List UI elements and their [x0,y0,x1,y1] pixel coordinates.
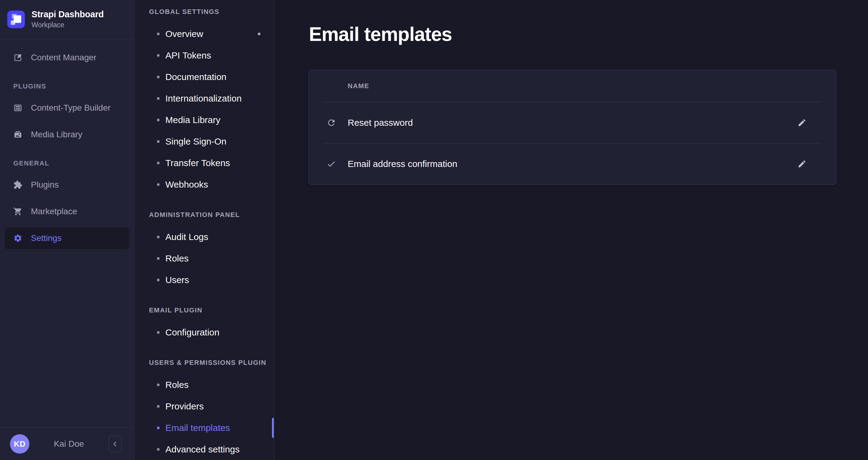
subnav-item-single-sign-on[interactable]: Single Sign-On [134,131,274,152]
nav-item-label: Content-Type Builder [31,103,111,113]
subnav-item-documentation[interactable]: Documentation [134,66,274,88]
subnav-item-audit-logs[interactable]: Audit Logs [134,226,274,248]
bullet-icon [157,140,160,143]
subnav-item-label: Configuration [165,327,219,338]
marketplace-icon [13,207,23,216]
subnav-item-label: Documentation [165,72,226,82]
nav-item-content-type-builder[interactable]: Content-Type Builder [5,97,129,119]
bullet-icon [157,118,160,121]
subnav-item-label: Media Library [165,115,220,125]
bullet-icon [157,405,160,408]
settings-icon [13,234,23,243]
page-title: Email templates [309,24,868,45]
subnav-item-label: API Tokens [165,50,211,61]
nav-item-label: Marketplace [31,207,77,217]
subnav-item-email-templates[interactable]: Email templates [134,417,274,438]
bullet-icon [157,183,160,186]
subnav-item-admin-roles[interactable]: Roles [134,248,274,269]
check-icon [327,159,336,169]
subnav-section-email-plugin: EMAIL PLUGIN Configuration [134,306,274,343]
bullet-icon [157,331,160,334]
user-avatar[interactable]: KD [10,434,29,454]
subnav-item-label: Audit Logs [165,232,208,242]
table-row-email-address-confirmation[interactable]: Email address confirmation [309,144,836,184]
subnav-section-label: USERS & PERMISSIONS PLUGIN [149,359,274,367]
bullet-icon [157,279,160,281]
bullet-icon [157,426,160,429]
sidebar-footer: KD Kai Doe [0,427,134,460]
strapi-logo-icon [7,10,25,28]
subnav-item-api-tokens[interactable]: API Tokens [134,45,274,66]
table-header-row: NAME [309,70,836,102]
nav-item-marketplace[interactable]: Marketplace [5,201,129,223]
collapse-sidebar-button[interactable] [108,436,122,452]
subnav-item-providers[interactable]: Providers [134,396,274,417]
plugins-icon [13,180,23,190]
email-templates-table: NAME Reset password Email add [308,70,837,185]
content-area: Email templates NAME Reset password [275,0,868,460]
pencil-icon [798,118,807,127]
active-indicator-bar [272,418,274,438]
subnav-item-configuration[interactable]: Configuration [134,321,274,343]
nav-item-plugins[interactable]: Plugins [5,174,129,196]
nav-section-plugins: PLUGINS [13,82,121,90]
table-row-reset-password[interactable]: Reset password [309,103,836,143]
subnav-item-label: Users [165,275,189,285]
chevron-left-icon [112,440,119,448]
subnav-item-label: Advanced settings [165,444,240,455]
bullet-icon [157,54,160,57]
strapi-admin-app: Strapi Dashboard Workplace Content Manag… [0,0,868,460]
bullet-icon [157,235,160,238]
bullet-icon [157,162,160,164]
subnav-item-overview[interactable]: Overview [134,23,274,45]
workspace-header: Strapi Dashboard Workplace [0,0,134,39]
subnav-item-transfer-tokens[interactable]: Transfer Tokens [134,152,274,174]
subnav-item-up-roles[interactable]: Roles [134,374,274,396]
subnav-section-administration-panel: ADMINISTRATION PANEL Audit Logs Roles Us… [134,211,274,291]
media-library-icon [13,130,23,139]
notification-dot-icon [258,32,260,35]
bullet-icon [157,383,160,386]
subnav-section-label: GLOBAL SETTINGS [149,8,274,16]
nav-item-settings[interactable]: Settings [5,227,129,249]
bullet-icon [157,97,160,100]
nav-item-media-library[interactable]: Media Library [5,124,129,145]
column-header-name: NAME [348,82,369,90]
main-nav-list: Content Manager PLUGINS Content-Type Bui… [0,39,134,427]
template-name: Email address confirmation [348,159,457,169]
subnav-item-admin-users[interactable]: Users [134,269,274,291]
edit-email-confirmation-button[interactable] [794,156,810,172]
subnav-item-label: Transfer Tokens [165,158,230,168]
subnav-item-label: Overview [165,29,203,39]
content-manager-icon [13,53,23,62]
bullet-icon [157,448,160,451]
subnav-item-label: Email templates [165,423,230,433]
content-type-builder-icon [13,103,23,112]
edit-reset-password-button[interactable] [794,115,810,131]
subnav-item-media-library[interactable]: Media Library [134,109,274,131]
subnav-item-internationalization[interactable]: Internationalization [134,88,274,109]
nav-item-label: Content Manager [31,53,96,62]
subnav-item-label: Roles [165,380,189,390]
nav-item-label: Media Library [31,130,82,139]
subnav-item-label: Roles [165,253,189,264]
subnav-item-advanced-settings[interactable]: Advanced settings [134,438,274,460]
bullet-icon [157,257,160,260]
subnav-item-webhooks[interactable]: Webhooks [134,174,274,195]
nav-item-content-manager[interactable]: Content Manager [5,47,129,68]
nav-item-label: Plugins [31,180,59,190]
subnav-item-label: Internationalization [165,93,242,104]
bullet-icon [157,76,160,78]
main-sidebar: Strapi Dashboard Workplace Content Manag… [0,0,134,460]
subnav-section-users-permissions-plugin: USERS & PERMISSIONS PLUGIN Roles Provide… [134,359,274,460]
nav-item-label: Settings [31,233,61,243]
settings-subnav: GLOBAL SETTINGS Overview API Tokens Docu… [134,0,274,460]
template-name: Reset password [348,118,413,128]
subnav-item-label: Webhooks [165,179,208,190]
subnav-item-label: Providers [165,401,204,411]
pencil-icon [798,160,807,169]
workspace-title: Strapi Dashboard [31,10,104,20]
subnav-section-label: EMAIL PLUGIN [149,306,274,314]
workspace-text: Strapi Dashboard Workplace [31,10,104,29]
workspace-subtitle: Workplace [31,21,104,29]
